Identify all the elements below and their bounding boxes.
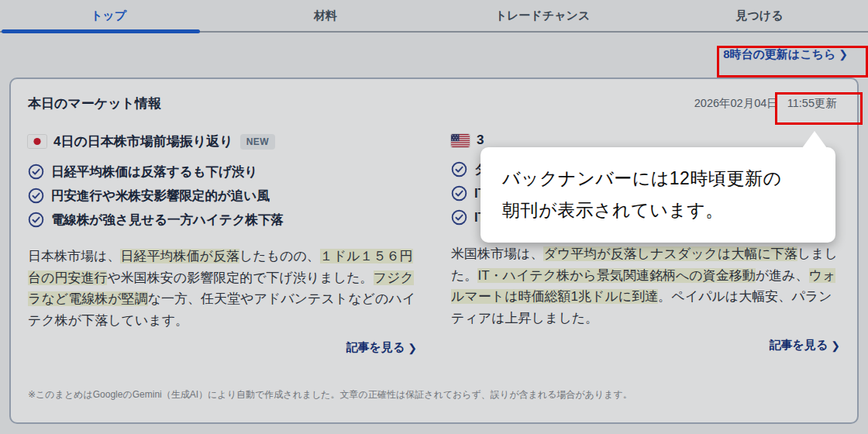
article-link-label: 記事を見る [770,338,828,353]
check-circle-icon [28,212,44,228]
ai-disclaimer: ※このまとめはGoogleのGemini（生成AI）により自動で作成されました。… [28,388,840,401]
plain-text: が進み、 [756,268,809,283]
highlighted-text: ダウ平均が反落しナスダックは大幅に下落 [543,246,797,261]
plain-text: 日本株市場は、 [28,249,120,264]
update-link-row: 8時台の更新はこちら ❯ [0,33,868,76]
bullet-list: 日経平均株価は反落するも下げ渋り円安進行や米株安影響限定的が追い風電線株が強さ見… [28,163,417,235]
summary-paragraph: 米国株市場は、ダウ平均が反落しナスダックは大幅に下落しました。IT・ハイテク株か… [451,243,840,329]
column-heading: 4日の日本株市場前場振り返りNEW [28,133,417,150]
bullet-item: 日経平均株価は反落するも下げ渋り [28,163,417,180]
tab-find[interactable]: 見つける [651,0,868,31]
article-link[interactable]: 記事を見る❯ [770,338,840,353]
card-title: 本日のマーケット情報 [28,95,161,112]
article-link[interactable]: 記事を見る❯ [346,340,417,355]
card-header: 本日のマーケット情報 2026年02月04日 11:55更新 [28,95,840,112]
check-circle-icon [451,161,467,177]
morning-update-link-label: 8時台の更新はこちら [723,47,835,62]
check-circle-icon [28,164,44,180]
column-heading: 3 [451,133,840,148]
market-news-screen: トップ材料トレードチャンス見つける 8時台の更新はこちら ❯ 本日のマーケット情… [0,0,868,434]
backnumber-tooltip: バックナンバーには12時頃更新の朝刊が表示されています。 [480,147,835,243]
tab-bar: トップ材料トレードチャンス見つける [0,0,868,33]
tooltip-text: バックナンバーには12時頃更新の朝刊が表示されています。 [502,163,814,227]
chevron-right-icon: ❯ [831,339,840,352]
date-label: 2026年02月04日 [694,96,778,111]
tab-top[interactable]: トップ [0,0,217,31]
highlighted-text: 日経平均株価が反落 [120,249,239,264]
bullet-item: 電線株が強さ見せる一方ハイテク株下落 [28,211,417,228]
check-circle-icon [28,188,44,204]
check-circle-icon [451,209,467,226]
tooltip-arrow-icon [802,131,827,148]
market-info-card: 本日のマーケット情報 2026年02月04日 11:55更新 4日の日本株市場前… [9,78,859,424]
update-time-label: 11:55更新 [784,95,840,112]
highlighted-text: IT・ハイテク株から景気関連銘柄への資金移動 [477,268,755,283]
market-column-jp: 4日の日本株市場前場振り返りNEW日経平均株価は反落するも下げ渋り円安進行や米株… [28,133,417,377]
morning-update-link[interactable]: 8時台の更新はこちら ❯ [717,43,854,66]
bullet-item: 円安進行や米株安影響限定的が追い風 [28,187,417,204]
chevron-right-icon: ❯ [839,48,848,60]
us-flag-icon [451,134,470,147]
card-date: 2026年02月04日 11:55更新 [694,95,840,112]
bullet-text: 日経平均株価は反落するも下げ渋り [51,163,257,180]
column-heading-label: 3 [477,133,484,148]
plain-text: したものの、 [239,249,320,264]
summary-paragraph: 日本株市場は、日経平均株価が反落したものの、１ドル１５６円台の円安進行や米国株安… [28,246,417,331]
bullet-text: 円安進行や米株安影響限定的が追い風 [51,187,270,204]
column-heading-label: 4日の日本株市場前場振り返り [53,133,233,150]
check-circle-icon [451,185,467,202]
new-badge: NEW [240,134,276,150]
tab-materials[interactable]: 材料 [217,0,434,31]
plain-text: 米国株市場は、 [451,246,543,261]
bullet-text: 電線株が強さ見せる一方ハイテク株下落 [51,211,284,228]
plain-text: や米国株安の影響限定的で下げ渋りました。 [107,270,373,285]
tab-trade-chance[interactable]: トレードチャンス [434,0,651,31]
chevron-right-icon: ❯ [408,342,417,354]
article-link-label: 記事を見る [346,340,405,355]
japan-flag-icon [28,135,46,148]
